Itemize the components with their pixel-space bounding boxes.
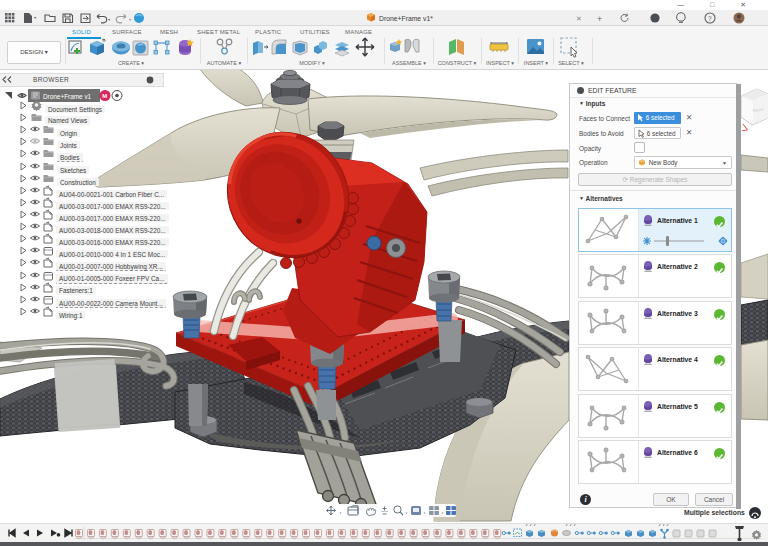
svg-text:?: ? [708,15,712,22]
svg-text:✕: ✕ [576,15,582,22]
svg-text:M: M [102,93,107,99]
svg-text:+: + [597,14,602,24]
svg-text:Drone+Frame v1*: Drone+Frame v1* [379,15,433,22]
svg-text:Drone+Frame v1: Drone+Frame v1 [43,93,92,100]
